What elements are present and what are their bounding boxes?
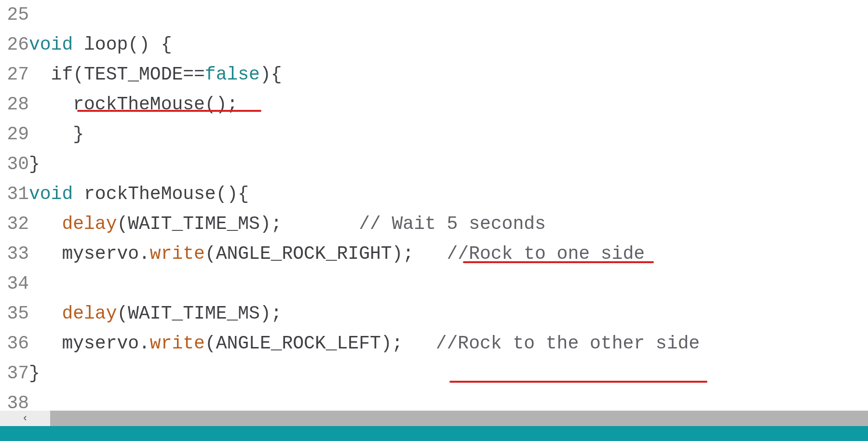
line-content[interactable]: } bbox=[29, 359, 40, 388]
code-line[interactable]: 28 rockTheMouse(); bbox=[0, 90, 868, 120]
code-line[interactable]: 34 bbox=[0, 269, 868, 299]
chevron-left-icon: ‹ bbox=[22, 413, 28, 425]
code-line[interactable]: 30} bbox=[0, 149, 868, 179]
code-token: (WAIT_TIME_MS); bbox=[117, 303, 282, 324]
line-number: 35 bbox=[0, 299, 29, 329]
code-token: //Rock to the other side bbox=[436, 333, 700, 354]
line-content[interactable]: void rockTheMouse(){ bbox=[29, 179, 249, 209]
code-line[interactable]: 27 if(TEST_MODE==false){ bbox=[0, 60, 868, 90]
code-token: loop() { bbox=[73, 34, 172, 55]
code-line[interactable]: 33 myservo.write(ANGLE_ROCK_RIGHT); //Ro… bbox=[0, 239, 868, 269]
line-number: 25 bbox=[0, 0, 29, 30]
rock-one-side-underline bbox=[463, 261, 654, 263]
code-token: } bbox=[29, 154, 40, 174]
code-line[interactable]: 32 delay(WAIT_TIME_MS); // Wait 5 second… bbox=[0, 209, 868, 239]
code-token: void bbox=[29, 184, 73, 204]
line-content[interactable]: myservo.write(ANGLE_ROCK_LEFT); //Rock t… bbox=[29, 329, 700, 359]
code-line[interactable]: 35 delay(WAIT_TIME_MS); bbox=[0, 299, 868, 329]
line-content[interactable]: delay(WAIT_TIME_MS); bbox=[29, 299, 282, 329]
line-number: 30 bbox=[0, 149, 29, 179]
hscroll-track[interactable] bbox=[50, 411, 868, 426]
code-token: (WAIT_TIME_MS); bbox=[117, 214, 359, 234]
line-content[interactable]: delay(WAIT_TIME_MS); // Wait 5 seconds bbox=[29, 209, 546, 239]
code-token: delay bbox=[62, 214, 117, 234]
code-token: write bbox=[150, 243, 205, 264]
status-bar bbox=[0, 426, 868, 441]
line-number: 27 bbox=[0, 60, 29, 90]
code-token: myservo. bbox=[29, 243, 150, 264]
rock-other-side-underline bbox=[449, 381, 707, 383]
line-number: 26 bbox=[0, 30, 29, 60]
code-token bbox=[29, 214, 62, 234]
horizontal-scrollbar[interactable]: ‹ bbox=[0, 411, 868, 426]
line-number: 32 bbox=[0, 209, 29, 239]
code-token: false bbox=[205, 64, 260, 85]
line-content[interactable]: myservo.write(ANGLE_ROCK_RIGHT); //Rock … bbox=[29, 239, 645, 269]
rockTheMouse-call-underline bbox=[77, 110, 261, 112]
line-number: 28 bbox=[0, 90, 29, 120]
code-line[interactable]: 26void loop() { bbox=[0, 30, 868, 60]
code-token: rockTheMouse(){ bbox=[73, 184, 249, 204]
code-line[interactable]: 36 myservo.write(ANGLE_ROCK_LEFT); //Roc… bbox=[0, 329, 868, 359]
code-line[interactable]: 37} bbox=[0, 359, 868, 388]
line-number: 33 bbox=[0, 239, 29, 269]
code-token: // Wait 5 seconds bbox=[359, 214, 546, 234]
line-number: 36 bbox=[0, 329, 29, 359]
line-content[interactable]: } bbox=[29, 149, 40, 179]
code-line[interactable]: 31void rockTheMouse(){ bbox=[0, 179, 868, 209]
code-token: } bbox=[29, 124, 84, 145]
code-token: if(TEST_MODE== bbox=[29, 64, 205, 85]
code-token: myservo. bbox=[29, 333, 150, 354]
line-number: 34 bbox=[0, 269, 29, 299]
line-number: 29 bbox=[0, 120, 29, 149]
code-token: delay bbox=[62, 303, 117, 324]
line-number: 37 bbox=[0, 359, 29, 388]
code-token: (ANGLE_ROCK_LEFT); bbox=[205, 333, 436, 354]
line-content[interactable]: } bbox=[29, 120, 84, 149]
code-line[interactable]: 29 } bbox=[0, 120, 868, 149]
code-token bbox=[29, 303, 62, 324]
code-token: ){ bbox=[260, 64, 282, 85]
code-token: } bbox=[29, 363, 40, 384]
code-line[interactable]: 25 bbox=[0, 0, 868, 30]
code-editor[interactable]: 2526void loop() {27 if(TEST_MODE==false)… bbox=[0, 0, 868, 427]
line-number: 31 bbox=[0, 179, 29, 209]
code-token: write bbox=[150, 333, 205, 354]
line-content[interactable]: rockTheMouse(); bbox=[29, 90, 238, 120]
code-area[interactable]: 2526void loop() {27 if(TEST_MODE==false)… bbox=[0, 0, 868, 418]
code-token: (ANGLE_ROCK_RIGHT); bbox=[205, 243, 447, 264]
hscroll-left-button[interactable]: ‹ bbox=[0, 411, 50, 426]
code-token: void bbox=[29, 34, 73, 55]
line-content[interactable]: if(TEST_MODE==false){ bbox=[29, 60, 282, 90]
line-content[interactable]: void loop() { bbox=[29, 30, 172, 60]
